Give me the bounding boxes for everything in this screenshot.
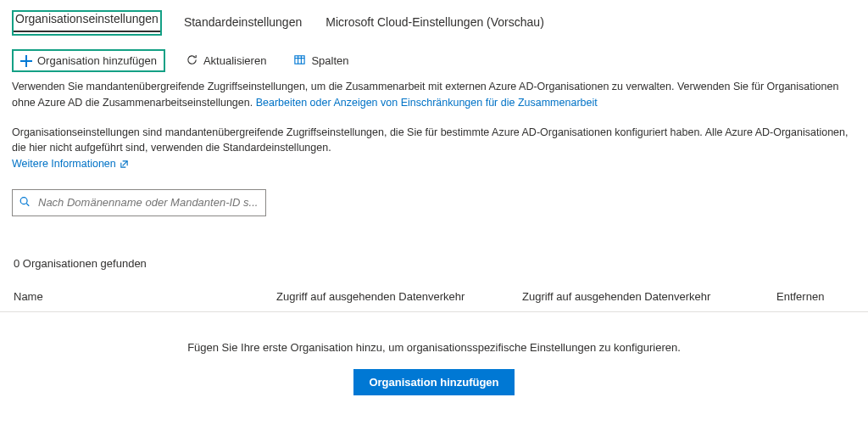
highlight-active-tab: Organisationseinstellungen (12, 10, 162, 36)
edit-collaboration-link[interactable]: Bearbeiten oder Anzeigen von Einschränku… (256, 97, 598, 109)
col-header-remove[interactable]: Entfernen (763, 282, 868, 311)
organisations-table: Name Zugriff auf ausgehenden Datenverkeh… (0, 282, 868, 312)
results-count: 0 Organisationen gefunden (0, 232, 868, 282)
toolbar: Organisation hinzufügen Aktualisieren Sp… (0, 36, 868, 79)
tab-default-settings[interactable]: Standardeinstellungen (182, 10, 303, 36)
description-block-1: Verwenden Sie mandantenübergreifende Zug… (0, 79, 868, 118)
refresh-label: Aktualisieren (203, 54, 266, 67)
search-container (12, 189, 266, 216)
svg-rect-0 (295, 55, 304, 63)
col-header-name[interactable]: Name (0, 282, 263, 311)
refresh-icon (186, 53, 198, 69)
learn-more-link[interactable]: Weitere Informationen (12, 156, 129, 172)
col-header-outbound-2[interactable]: Zugriff auf ausgehenden Datenverkehr (509, 282, 763, 311)
description-block-2: Organisationseinstellungen sind mandante… (0, 118, 868, 179)
tab-cloud-settings[interactable]: Microsoft Cloud-Einstellungen (Vorschau) (324, 10, 546, 36)
col-header-outbound-1[interactable]: Zugriff auf ausgehenden Datenverkehr (263, 282, 509, 311)
description-text-2: Organisationseinstellungen sind mandante… (12, 126, 848, 154)
tabs-bar: Organisationseinstellungen Standardeinst… (0, 0, 868, 36)
external-link-icon (120, 160, 129, 169)
refresh-button[interactable]: Aktualisieren (179, 50, 273, 72)
plus-icon (20, 55, 32, 67)
add-organisation-primary-button[interactable]: Organisation hinzufügen (353, 369, 514, 395)
empty-state: Fügen Sie Ihre erste Organisation hinzu,… (0, 312, 868, 409)
add-organisation-label: Organisation hinzufügen (37, 54, 157, 67)
add-organisation-button[interactable]: Organisation hinzufügen (14, 51, 164, 70)
learn-more-text: Weitere Informationen (12, 156, 116, 172)
empty-state-text: Fügen Sie Ihre erste Organisation hinzu,… (0, 341, 868, 354)
columns-button[interactable]: Spalten (287, 50, 355, 72)
columns-label: Spalten (311, 54, 348, 67)
table-header-row: Name Zugriff auf ausgehenden Datenverkeh… (0, 282, 868, 312)
search-section (0, 179, 868, 232)
highlight-add-org: Organisation hinzufügen (12, 49, 165, 72)
search-input[interactable] (12, 189, 266, 216)
columns-icon (293, 53, 306, 69)
tab-organisation-settings[interactable]: Organisationseinstellungen (14, 7, 160, 32)
